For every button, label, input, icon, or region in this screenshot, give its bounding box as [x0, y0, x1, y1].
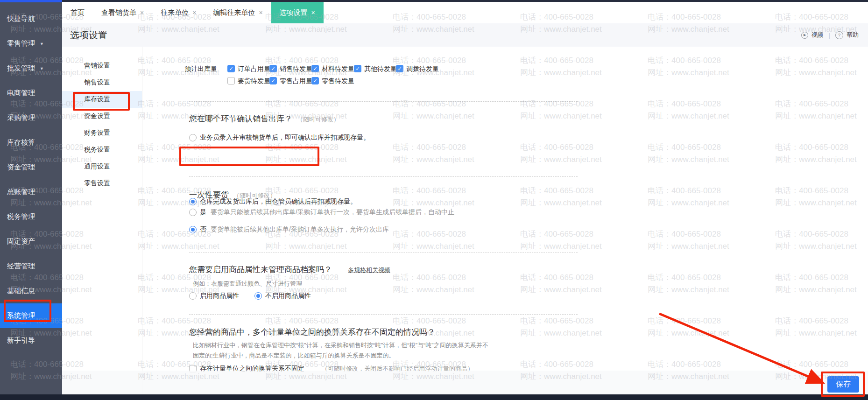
- sidebar-item-label: 总账管理: [7, 188, 35, 196]
- save-button[interactable]: 保存: [827, 376, 859, 393]
- tab-label: 查看销货单: [101, 8, 136, 17]
- close-icon[interactable]: ×: [192, 9, 196, 16]
- sidebar-item-系统管理[interactable]: 系统管理: [0, 303, 62, 328]
- radio-icon[interactable]: [189, 134, 197, 141]
- checkbox-要货待发量[interactable]: 要货待发量: [227, 76, 270, 86]
- tab-往来单位[interactable]: 往来单位×: [152, 2, 205, 23]
- radio-option-confirm-on-review[interactable]: 业务员录入并审核销货单后，即可确认出库并扣减现存量。: [189, 133, 370, 142]
- multi-spec-video-link[interactable]: 多规格相关视频: [348, 267, 390, 274]
- settings-panel: 营销设置销售设置库存设置资金设置财务设置税务设置通用设置零售设置 预计出库量 订…: [62, 47, 868, 394]
- checkbox-icon[interactable]: [354, 65, 361, 72]
- radio-icon[interactable]: [189, 209, 197, 216]
- sidebar-item-label: 采购管理: [7, 113, 35, 122]
- section-note: （随时可修改）: [233, 192, 276, 199]
- checkbox-零售占用量[interactable]: 零售占用量: [269, 76, 312, 86]
- sidebar-item-固定资产[interactable]: 固定资产: [0, 229, 62, 254]
- radio-label-disable-attr[interactable]: 不启用商品属性: [265, 292, 311, 300]
- tab-编辑往来单位[interactable]: 编辑往来单位×: [205, 2, 271, 23]
- checkbox-零售待发量[interactable]: 零售待发量: [311, 76, 354, 86]
- settings-nav-label: 通用设置: [84, 162, 110, 171]
- settings-nav-item-资金设置[interactable]: 资金设置: [62, 108, 142, 125]
- settings-nav-item-营销设置[interactable]: 营销设置: [62, 57, 142, 74]
- radio-label: 是: [200, 208, 206, 217]
- tab-label: 往来单位: [161, 8, 189, 17]
- checkbox-icon[interactable]: [269, 77, 277, 84]
- sidebar-nav: 快捷导航零售管理▼批发管理▼电商管理采购管理库存核算资金管理总账管理税务管理固定…: [0, 2, 62, 400]
- settings-nav-item-税务设置[interactable]: 税务设置: [62, 141, 142, 158]
- sidebar-item-label: 零售管理: [7, 39, 35, 48]
- checkbox-icon[interactable]: [311, 65, 319, 72]
- settings-nav-item-通用设置[interactable]: 通用设置: [62, 158, 142, 175]
- top-accent-bar: [0, 0, 62, 2]
- product-attr-options: 启用商品属性 不启用商品属性: [189, 292, 311, 300]
- settings-nav-item-销售设置[interactable]: 销售设置: [62, 74, 142, 91]
- dashed-divider: [189, 176, 578, 177]
- sidebar-item-资金管理[interactable]: 资金管理: [0, 155, 62, 180]
- radio-option-one-time-no[interactable]: 否 要货单能被后续其他出库单/采购订单多次执行，允许分次出库: [189, 225, 389, 234]
- sidebar-item-label: 经营管理: [7, 262, 35, 271]
- sidebar-item-label: 系统管理: [7, 311, 35, 320]
- checkbox-材料待发量[interactable]: 材料待发量: [311, 63, 354, 74]
- close-icon[interactable]: ×: [140, 9, 144, 16]
- checkbox-调拨待发量[interactable]: 调拨待发量: [396, 63, 439, 74]
- radio-label-enable-attr[interactable]: 启用商品属性: [200, 292, 239, 300]
- radio-option-one-time-yes[interactable]: 是 要货单只能被后续其他出库单/采购订单执行一次，要货单生成后续单据后，自动中止: [189, 208, 454, 217]
- sidebar-item-新手引导[interactable]: 新手引导: [0, 328, 62, 353]
- dashed-divider: [189, 314, 578, 315]
- checkbox-icon[interactable]: [396, 65, 403, 72]
- settings-nav-label: 库存设置: [84, 95, 110, 104]
- checkbox-label: 调拨待发量: [406, 63, 439, 74]
- settings-nav-label: 营销设置: [84, 62, 110, 70]
- tab-bar: 首页查看销货单×往来单位×编辑往来单位×选项设置×: [62, 2, 868, 24]
- close-icon[interactable]: ×: [259, 9, 262, 16]
- sidebar-item-总账管理[interactable]: 总账管理: [0, 180, 62, 204]
- tab-首页[interactable]: 首页: [62, 2, 93, 23]
- sidebar-item-零售管理[interactable]: 零售管理▼: [0, 31, 62, 56]
- sidebar-item-库存核算[interactable]: 库存核算: [0, 130, 62, 155]
- sidebar-item-经营管理[interactable]: 经营管理: [0, 254, 62, 279]
- radio-label: 否: [200, 225, 206, 234]
- sidebar-item-基础信息[interactable]: 基础信息: [0, 279, 62, 303]
- help-circle-icon: ?: [835, 31, 843, 39]
- radio-label: 业务员录入并审核销货单后，即可确认出库并扣减现存量。: [200, 133, 370, 142]
- checkbox-销售待发量[interactable]: 销售待发量: [269, 63, 312, 74]
- inventory-settings-content: 预计出库量 订单占用量销售待发量材料待发量其他待发量调拨待发量 要货待发量零售占…: [142, 47, 868, 394]
- checkbox-icon[interactable]: [227, 77, 235, 84]
- page-header: 选项设置 ▶ 视频 | ? 帮助: [62, 23, 868, 47]
- section-title-sales-outbound: 您在哪个环节确认销售出库？（随时可修改）: [189, 113, 339, 124]
- checkbox-订单占用量[interactable]: 订单占用量: [227, 63, 270, 74]
- checkbox-label: 订单占用量: [238, 63, 270, 74]
- radio-icon[interactable]: [254, 292, 262, 300]
- sidebar-item-税务管理[interactable]: 税务管理: [0, 204, 62, 229]
- checkbox-label: 零售占用量: [280, 76, 312, 86]
- sidebar-item-批发管理[interactable]: 批发管理▼: [0, 56, 62, 81]
- checkbox-icon[interactable]: [311, 77, 319, 84]
- sidebar-item-电商管理[interactable]: 电商管理: [0, 81, 62, 105]
- checkbox-icon[interactable]: [269, 65, 277, 72]
- checkbox-label: 其他待发量: [364, 63, 397, 74]
- checkbox-icon[interactable]: [227, 65, 235, 72]
- header-links: ▶ 视频 | ? 帮助: [801, 23, 859, 47]
- checkbox-其他待发量[interactable]: 其他待发量: [354, 63, 397, 74]
- help-link[interactable]: 帮助: [847, 31, 859, 39]
- sidebar-item-label: 库存核算: [7, 138, 35, 147]
- sidebar-item-采购管理[interactable]: 采购管理: [0, 105, 62, 130]
- chevron-down-icon: ▼: [40, 42, 44, 46]
- checkbox-label: 要货待发量: [238, 76, 270, 86]
- sidebar-item-快捷导航[interactable]: 快捷导航: [0, 7, 62, 31]
- settings-nav-item-零售设置[interactable]: 零售设置: [62, 175, 142, 192]
- radio-icon[interactable]: [189, 292, 197, 300]
- close-icon[interactable]: ×: [311, 9, 315, 16]
- tab-label: 首页: [71, 8, 85, 17]
- settings-nav-item-库存设置[interactable]: 库存设置: [62, 91, 142, 108]
- radio-icon[interactable]: [189, 226, 197, 233]
- tab-选项设置[interactable]: 选项设置×: [271, 2, 324, 23]
- estimate-outbound-label: 预计出库量: [142, 63, 217, 74]
- checkbox-label: 零售待发量: [322, 76, 354, 86]
- tab-查看销货单[interactable]: 查看销货单×: [93, 2, 152, 23]
- settings-nav: 营销设置销售设置库存设置资金设置财务设置税务设置通用设置零售设置: [62, 47, 142, 394]
- settings-nav-label: 财务设置: [84, 129, 110, 137]
- sidebar-item-label: 批发管理: [7, 64, 35, 73]
- video-link[interactable]: 视频: [812, 31, 824, 39]
- settings-nav-item-财务设置[interactable]: 财务设置: [62, 125, 142, 141]
